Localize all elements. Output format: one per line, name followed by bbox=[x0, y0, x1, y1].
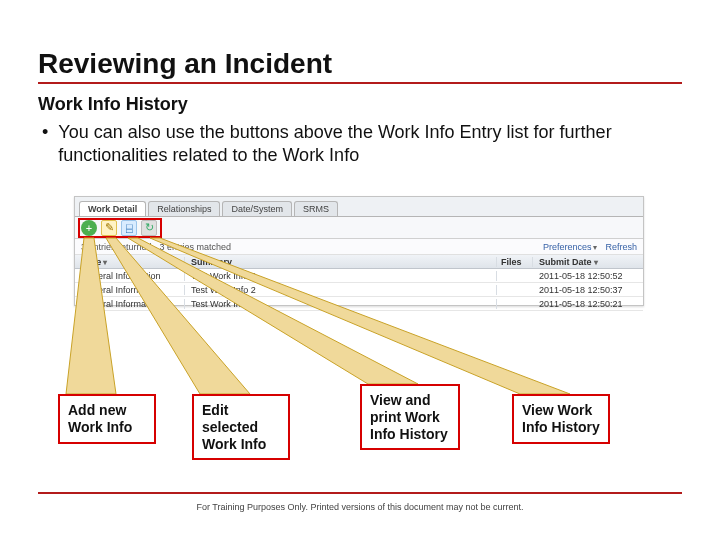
bullet-dot: • bbox=[42, 121, 48, 166]
toolbar: + ✎ ⌸ ↻ bbox=[75, 217, 643, 239]
table-row[interactable]: General Information Test Work Info 2 201… bbox=[75, 283, 643, 297]
add-icon[interactable]: + bbox=[81, 220, 97, 236]
tab-relationships[interactable]: Relationships bbox=[148, 201, 220, 216]
grid-header: Type▾ Summary Files Submit Date▾ bbox=[75, 255, 643, 269]
callout-add: Add new Work Info bbox=[58, 394, 156, 444]
table-row[interactable]: General Information Test Work Info 3 201… bbox=[75, 269, 643, 283]
tab-srms[interactable]: SRMS bbox=[294, 201, 338, 216]
table-row[interactable]: General Information Test Work Info 1 201… bbox=[75, 297, 643, 311]
sort-icon: ▾ bbox=[103, 258, 107, 267]
bullet-item: • You can also use the buttons above the… bbox=[42, 121, 682, 166]
status-count: 3 entries returned - 3 entries matched bbox=[81, 242, 231, 252]
edit-icon[interactable]: ✎ bbox=[101, 220, 117, 236]
bottom-rule bbox=[38, 492, 682, 494]
bullet-text: You can also use the buttons above the W… bbox=[58, 121, 682, 166]
chevron-down-icon: ▾ bbox=[593, 243, 597, 252]
col-files[interactable]: Files bbox=[497, 257, 533, 267]
tab-bar: Work Detail Relationships Date/System SR… bbox=[75, 197, 643, 217]
slide-subtitle: Work Info History bbox=[38, 94, 682, 115]
status-row: 3 entries returned - 3 entries matched P… bbox=[75, 239, 643, 255]
workinfo-panel: Work Detail Relationships Date/System SR… bbox=[74, 196, 644, 306]
callout-edit: Edit selected Work Info bbox=[192, 394, 290, 460]
col-date[interactable]: Submit Date▾ bbox=[533, 257, 643, 267]
tab-work-detail[interactable]: Work Detail bbox=[79, 201, 146, 216]
tab-date-system[interactable]: Date/System bbox=[222, 201, 292, 216]
view-icon[interactable]: ⌸ bbox=[121, 220, 137, 236]
history-icon[interactable]: ↻ bbox=[141, 220, 157, 236]
col-type[interactable]: Type▾ bbox=[75, 257, 185, 267]
refresh-link[interactable]: Refresh bbox=[605, 242, 637, 252]
callout-view: View and print Work Info History bbox=[360, 384, 460, 450]
preferences-link[interactable]: Preferences▾ bbox=[543, 242, 598, 252]
callout-history: View Work Info History bbox=[512, 394, 610, 444]
footer-note: For Training Purposes Only. Printed vers… bbox=[0, 502, 720, 512]
col-summary[interactable]: Summary bbox=[185, 257, 497, 267]
slide-title: Reviewing an Incident bbox=[38, 48, 682, 84]
sort-icon: ▾ bbox=[594, 258, 598, 267]
